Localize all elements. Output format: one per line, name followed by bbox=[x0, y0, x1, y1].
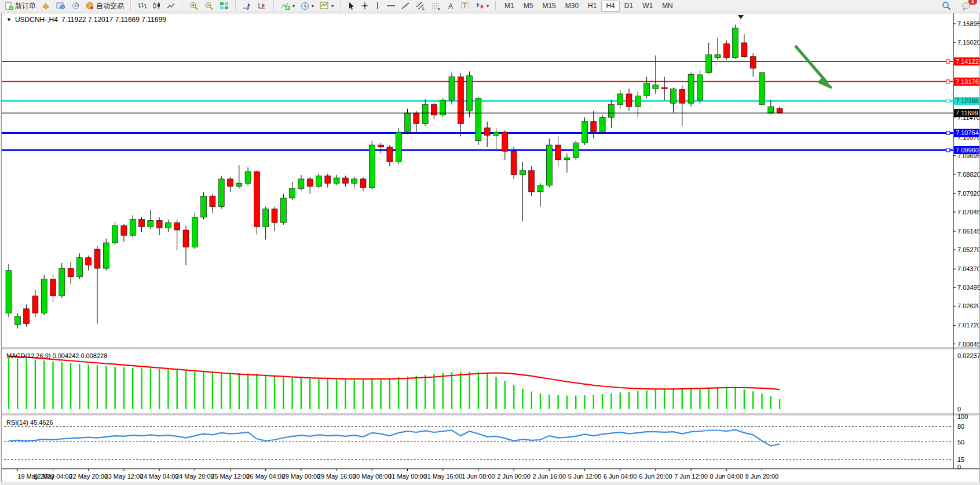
mt4-terminal: 新订单 bbox=[0, 0, 980, 485]
svg-text:F: F bbox=[438, 8, 440, 10]
navigator-button[interactable] bbox=[68, 0, 83, 12]
vertical-line-icon bbox=[375, 2, 381, 10]
toolbar-right-icons: 1 bbox=[939, 0, 980, 12]
svg-text:7 Jun 12:00: 7 Jun 12:00 bbox=[674, 473, 708, 480]
svg-text:7.07920: 7.07920 bbox=[957, 190, 979, 197]
price-label: 7.09960 bbox=[954, 146, 979, 154]
chart-ohlc-values: 7.11922 7.12017 7.11669 7.11699 bbox=[61, 16, 166, 24]
new-order-button[interactable]: 新订单 bbox=[2, 0, 39, 12]
timeframe-button-h1[interactable]: H1 bbox=[583, 1, 601, 12]
svg-text:A: A bbox=[448, 2, 453, 10]
equidistant-channel-button[interactable]: E bbox=[413, 0, 429, 12]
svg-text:6 Jun 04:00: 6 Jun 04:00 bbox=[604, 473, 637, 480]
notifications-button[interactable]: 1 bbox=[959, 0, 974, 12]
collapse-icon[interactable]: ▼ bbox=[6, 17, 12, 23]
dropdown-arrow-icon: ▾ bbox=[292, 3, 295, 9]
svg-text:7.04370: 7.04370 bbox=[957, 265, 979, 272]
level-handle bbox=[946, 80, 950, 83]
svg-text:23 May 12:00: 23 May 12:00 bbox=[105, 473, 144, 480]
svg-text:7.15895: 7.15895 bbox=[957, 20, 979, 27]
svg-text:30 May 08:00: 30 May 08:00 bbox=[353, 473, 392, 480]
main-toolbar: 新订单 bbox=[0, 0, 980, 12]
line-chart-button[interactable] bbox=[164, 0, 178, 12]
bar-chart-button[interactable] bbox=[135, 0, 149, 12]
arrow-objects-icon bbox=[476, 2, 484, 10]
zoom-in-button[interactable] bbox=[187, 0, 202, 12]
arrows-button[interactable]: ▾ bbox=[473, 0, 492, 12]
timeframe-button-m15[interactable]: M15 bbox=[537, 1, 560, 12]
svg-text:50: 50 bbox=[957, 439, 964, 446]
svg-text:31 May 16:00: 31 May 16:00 bbox=[423, 473, 462, 480]
svg-text:7.06145: 7.06145 bbox=[957, 228, 979, 235]
chart-plot-area[interactable]: 7.158957.150207.114707.105707.096957.088… bbox=[2, 13, 979, 483]
timeframe-button-d1[interactable]: D1 bbox=[620, 1, 638, 12]
svg-text:25 May 12:00: 25 May 12:00 bbox=[211, 473, 250, 480]
timeframe-button-m1[interactable]: M1 bbox=[500, 1, 519, 12]
toolbar-separator bbox=[182, 1, 183, 10]
timeframe-button-w1[interactable]: W1 bbox=[638, 1, 657, 12]
autotrading-button[interactable]: 自动交易 bbox=[83, 0, 127, 12]
svg-text:7.08820: 7.08820 bbox=[957, 171, 979, 178]
horizontal-line-icon bbox=[386, 2, 396, 10]
indicators-icon bbox=[281, 2, 290, 10]
macd-label: MACD(12,26,9) 0.004242 0.008228 bbox=[6, 352, 107, 359]
periods-button[interactable]: ▾ bbox=[298, 0, 317, 12]
timeframe-button-h4[interactable]: H4 bbox=[601, 1, 619, 12]
chart-symbol-period: USDCNH-,H4 bbox=[15, 16, 58, 24]
chart-type-group bbox=[133, 0, 180, 12]
timeframe-button-m30[interactable]: M30 bbox=[561, 1, 583, 12]
toolbar-separator bbox=[273, 1, 275, 10]
svg-text:7.11699: 7.11699 bbox=[956, 110, 978, 116]
svg-text:100: 100 bbox=[957, 413, 968, 420]
svg-text:0.022374: 0.022374 bbox=[957, 352, 979, 359]
zoom-in-icon bbox=[189, 2, 199, 10]
text-icon: A bbox=[447, 2, 455, 10]
horizontal-line-button[interactable] bbox=[383, 0, 398, 12]
svg-text:22 May 04:00: 22 May 04:00 bbox=[34, 473, 72, 480]
cursor-button[interactable] bbox=[345, 0, 358, 12]
svg-text:15: 15 bbox=[957, 456, 964, 463]
svg-text:22 May 20:00: 22 May 20:00 bbox=[69, 473, 108, 480]
svg-text:24 May 20:00: 24 May 20:00 bbox=[175, 473, 214, 480]
text-button[interactable]: A bbox=[444, 0, 458, 12]
profiles-button[interactable] bbox=[39, 0, 53, 12]
templates-button[interactable]: ▾ bbox=[317, 0, 337, 12]
svg-text:7.10764: 7.10764 bbox=[956, 129, 979, 136]
fibonacci-button[interactable]: F bbox=[429, 0, 444, 12]
vertical-line-button[interactable] bbox=[372, 0, 383, 12]
chart-title: ▼ USDCNH-,H4 7.11922 7.12017 7.11669 7.1… bbox=[6, 16, 166, 24]
tile-windows-button[interactable] bbox=[217, 0, 232, 12]
zoom-group bbox=[185, 0, 233, 12]
chart-window[interactable]: ▼ USDCNH-,H4 7.11922 7.12017 7.11669 7.1… bbox=[1, 13, 980, 483]
toolbar-separator bbox=[495, 1, 496, 10]
data-window-button[interactable] bbox=[53, 0, 68, 12]
price-label: 7.14122 bbox=[954, 57, 979, 65]
text-label-button[interactable]: T bbox=[458, 0, 473, 12]
timeframe-button-m5[interactable]: M5 bbox=[519, 1, 538, 12]
chart-shift-button[interactable] bbox=[255, 0, 270, 12]
toolbar-separator bbox=[235, 1, 236, 10]
zoom-out-icon bbox=[204, 2, 214, 10]
svg-text:7.12265: 7.12265 bbox=[956, 97, 979, 104]
trendline-button[interactable] bbox=[398, 0, 413, 12]
indicators-button[interactable]: ▾ bbox=[278, 0, 298, 12]
autotrading-icon bbox=[86, 2, 94, 10]
timeframe-button-mn[interactable]: MN bbox=[657, 1, 678, 12]
svg-text:24 May 04:00: 24 May 04:00 bbox=[140, 473, 179, 480]
crosshair-button[interactable] bbox=[358, 0, 372, 12]
svg-text:1 Jun 08:00: 1 Jun 08:00 bbox=[462, 473, 495, 480]
insert-group: ▾ ▾ ▾ bbox=[276, 0, 338, 12]
level-handle bbox=[946, 148, 950, 152]
svg-text:7.02620: 7.02620 bbox=[957, 302, 979, 309]
svg-text:5 Jun 12:00: 5 Jun 12:00 bbox=[568, 473, 602, 480]
candlestick-chart-button[interactable] bbox=[149, 0, 164, 12]
search-button[interactable] bbox=[939, 0, 954, 12]
svg-text:T: T bbox=[463, 3, 467, 9]
svg-text:7.07045: 7.07045 bbox=[957, 209, 979, 216]
zoom-out-button[interactable] bbox=[202, 0, 217, 12]
line-chart-icon bbox=[167, 2, 175, 10]
price-label: 7.13176 bbox=[954, 78, 979, 86]
svg-text:7.05270: 7.05270 bbox=[957, 246, 979, 253]
auto-scroll-button[interactable] bbox=[240, 0, 255, 12]
svg-text:2 Jun 00:00: 2 Jun 00:00 bbox=[497, 473, 531, 480]
